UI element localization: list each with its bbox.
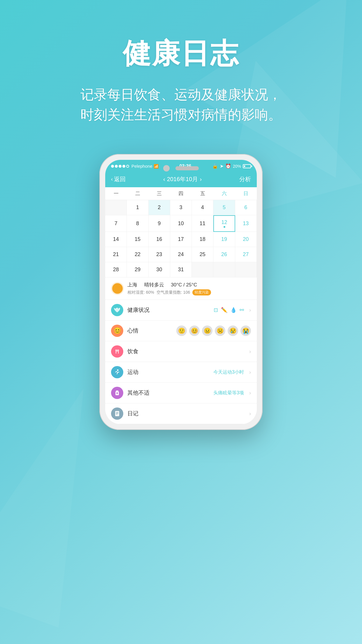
weather-humidity: 相对湿度: 60% — [127, 290, 154, 295]
cal-day-29[interactable]: 29 — [127, 262, 148, 277]
weather-icon-wrap — [111, 282, 124, 295]
cal-day-14[interactable]: 14 — [105, 232, 127, 247]
weather-condition: 晴转多云 — [144, 282, 164, 288]
carrier-name: Pelephone — [131, 164, 152, 169]
battery-percent: 20% — [233, 164, 241, 169]
cal-day-20[interactable]: 20 — [235, 232, 257, 247]
phone-top-hardware — [163, 165, 199, 172]
cal-day-30[interactable]: 30 — [149, 262, 170, 277]
weekday-sun: 日 — [235, 187, 257, 200]
cal-day-16[interactable]: 16 — [149, 232, 170, 247]
health-status-item[interactable]: 健康状况 ⊡ ✏️ 💧 ⚯ › — [105, 300, 257, 321]
diary-chevron-icon: › — [249, 411, 251, 417]
health-status-label: 健康状况 — [127, 306, 210, 314]
cal-day-25[interactable]: 25 — [192, 247, 213, 262]
next-month-button[interactable]: › — [200, 176, 202, 183]
alarm-icon: ⏰ — [225, 163, 231, 169]
weekday-fri: 五 — [192, 187, 213, 200]
cal-day-9[interactable]: 9 — [149, 215, 170, 232]
link-icon[interactable]: ⚯ — [240, 307, 244, 313]
analysis-button[interactable]: 分析 — [239, 175, 251, 183]
weather-temp: 30°C / 25°C — [171, 282, 197, 288]
subtitle-line2: 时刻关注生活习惯对病情的影响。 — [80, 107, 282, 122]
weather-section: 上海 晴转多云 30°C / 25°C 相对湿度: 60% 空气质量指数: 10… — [105, 277, 257, 300]
weather-aqi-label: 空气质量指数: 106 — [157, 290, 190, 295]
cal-day-28[interactable]: 28 — [105, 262, 127, 277]
mood-face-happy1[interactable]: 🙂 — [176, 326, 187, 336]
battery-icon — [243, 164, 251, 168]
cal-day-15[interactable]: 15 — [127, 232, 148, 247]
discomfort-icon — [111, 387, 123, 399]
cal-day-10[interactable]: 10 — [170, 215, 192, 232]
discomfort-item[interactable]: 其他不适 头痛眩晕等3项 › — [105, 383, 257, 403]
status-right: 🔒 ➤ ⏰ 20% — [212, 163, 251, 169]
cal-day-3[interactable]: 3 — [170, 200, 192, 215]
mood-face-sad3[interactable]: 😭 — [240, 326, 251, 336]
mood-icon: 😊 — [111, 325, 123, 337]
cal-day-17[interactable]: 17 — [170, 232, 192, 247]
cal-day-5[interactable]: 5 — [213, 200, 235, 215]
cal-day-22[interactable]: 22 — [127, 247, 148, 262]
subtitle: 记录每日饮食、运动及健康状况， 时刻关注生活习惯对病情的影响。 — [0, 85, 362, 125]
diet-chevron-icon: › — [249, 349, 251, 355]
mood-face-sad2[interactable]: 😢 — [228, 326, 238, 336]
signal-dots — [111, 165, 129, 168]
cal-day-6[interactable]: 6 — [235, 200, 257, 215]
pencil-icon[interactable]: ✏️ — [221, 307, 227, 313]
cal-day-8[interactable]: 8 — [127, 215, 148, 232]
header-section: 健康日志 记录每日饮食、运动及健康状况， 时刻关注生活习惯对病情的影响。 — [0, 0, 362, 142]
health-action-icons: ⊡ ✏️ 💧 ⚯ — [214, 307, 244, 313]
wifi-icon: 📶 — [154, 164, 159, 169]
cal-day-empty-4 — [235, 262, 257, 277]
signal-dot-5 — [126, 165, 129, 168]
calendar-header: 一 二 三 四 五 六 日 — [105, 187, 257, 200]
cal-day-27[interactable]: 27 — [235, 247, 257, 262]
back-button[interactable]: ‹ 返回 — [111, 175, 126, 183]
analysis-label: 分析 — [239, 176, 251, 182]
cal-day-31[interactable]: 31 — [170, 262, 192, 277]
cal-day-empty-2 — [192, 262, 213, 277]
cal-day-7[interactable]: 7 — [105, 215, 127, 232]
cal-day-4[interactable]: 4 — [192, 200, 213, 215]
main-title: 健康日志 — [0, 35, 362, 73]
cal-day-1[interactable]: 1 — [127, 200, 148, 215]
weekday-wed: 三 — [149, 187, 170, 200]
mood-label: 心情 — [127, 327, 172, 335]
cal-day-11[interactable]: 11 — [192, 215, 213, 232]
weather-detail: 相对湿度: 60% 空气质量指数: 106 轻度污染 — [127, 289, 251, 295]
battery-fill — [244, 165, 245, 167]
diet-label: 饮食 — [127, 348, 240, 355]
diary-item[interactable]: 日记 › — [105, 403, 257, 424]
cal-day-12[interactable]: 12 — [213, 215, 235, 232]
exercise-value: 今天运动3小时 — [213, 369, 244, 375]
exercise-chevron-icon: › — [249, 369, 251, 375]
discomfort-chevron-icon: › — [249, 390, 251, 396]
scale-icon[interactable]: ⊡ — [214, 307, 218, 313]
cal-day-23[interactable]: 23 — [149, 247, 170, 262]
pollution-badge: 轻度污染 — [192, 289, 211, 295]
cal-day-2[interactable]: 2 — [149, 200, 170, 215]
weekday-tue: 二 — [127, 187, 148, 200]
mood-face-neutral[interactable]: 😐 — [202, 326, 212, 336]
mood-face-sad1[interactable]: ☹️ — [215, 326, 225, 336]
svg-point-3 — [117, 370, 119, 371]
weekday-mon: 一 — [105, 187, 127, 200]
drop-icon[interactable]: 💧 — [230, 307, 237, 313]
exercise-icon — [111, 366, 123, 378]
cal-day-19[interactable]: 19 — [213, 232, 235, 247]
diet-icon — [111, 345, 123, 358]
diary-icon — [111, 407, 123, 420]
diet-item[interactable]: 饮食 › — [105, 341, 257, 362]
cal-day-24[interactable]: 24 — [170, 247, 192, 262]
exercise-item[interactable]: 运动 今天运动3小时 › — [105, 362, 257, 383]
cal-day-26[interactable]: 26 — [213, 247, 235, 262]
mood-face-happy2[interactable]: 😊 — [189, 326, 200, 336]
weather-info: 上海 晴转多云 30°C / 25°C 相对湿度: 60% 空气质量指数: 10… — [127, 281, 251, 295]
prev-month-button[interactable]: ‹ — [163, 176, 165, 183]
exercise-label: 运动 — [127, 368, 209, 376]
cal-day-21[interactable]: 21 — [105, 247, 127, 262]
location-icon: ➤ — [220, 163, 224, 169]
lock-icon: 🔒 — [212, 163, 218, 169]
cal-day-13[interactable]: 13 — [235, 215, 257, 232]
cal-day-18[interactable]: 18 — [192, 232, 213, 247]
